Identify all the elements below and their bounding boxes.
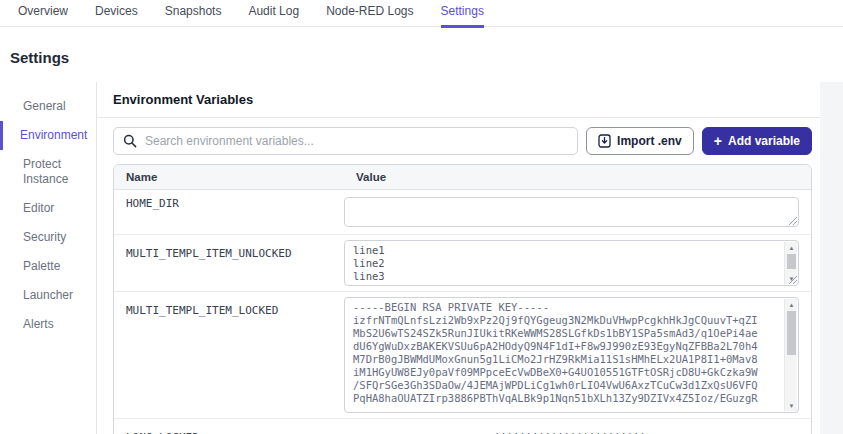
value-textarea[interactable] xyxy=(344,197,799,227)
scroll-down-icon[interactable]: ▼ xyxy=(785,400,798,411)
value-textarea[interactable]: -----BEGIN RSA PRIVATE KEY----- izfrNTmQ… xyxy=(344,297,799,413)
sidebar-item-launcher[interactable]: Launcher xyxy=(0,281,96,310)
page-title: Settings xyxy=(0,27,843,82)
column-header-name: Name xyxy=(114,165,344,189)
scrollbar-thumb[interactable] xyxy=(787,311,796,355)
tab-node-red-logs[interactable]: Node-RED Logs xyxy=(326,4,413,28)
import-env-button[interactable]: Import .env xyxy=(586,127,694,155)
env-var-name: HOME_DIR xyxy=(114,190,344,217)
plus-icon: + xyxy=(714,134,722,148)
scroll-up-icon[interactable]: ▲ xyxy=(785,299,798,310)
long-value-text: aaaaaaaaaaaaaaaaaaaaaaaabbbbbbbbbbbbbbbb… xyxy=(344,424,799,434)
env-var-name: MULTI_TEMPL_ITEM_LOCKED xyxy=(114,292,344,323)
env-var-value-cell: aaaaaaaaaaaaaaaaaaaaaaaabbbbbbbbbbbbbbbb… xyxy=(344,419,811,434)
page-background-gutter xyxy=(820,82,843,434)
scrollbar-thumb[interactable] xyxy=(787,254,796,269)
add-variable-button[interactable]: + Add variable xyxy=(702,127,812,155)
search-icon xyxy=(123,134,137,148)
section-title: Environment Variables xyxy=(97,82,820,118)
table-row: MULTI_TEMPL_ITEM_UNLOCKED line1 line2 li… xyxy=(114,235,811,292)
table-row: LONG_LOCKED aaaaaaaaaaaaaaaaaaaaaaaabbbb… xyxy=(114,419,811,434)
vertical-scrollbar[interactable]: ▲ ▼ xyxy=(784,299,797,411)
tab-settings[interactable]: Settings xyxy=(441,4,484,28)
add-variable-label: Add variable xyxy=(728,134,800,148)
tab-devices[interactable]: Devices xyxy=(95,4,138,28)
textarea-text xyxy=(345,198,798,226)
import-env-label: Import .env xyxy=(617,134,682,148)
env-var-value-cell: line1 line2 line3 line4 ▲ ▼ xyxy=(344,235,811,291)
import-file-icon xyxy=(598,134,611,148)
textarea-text: -----BEGIN RSA PRIVATE KEY----- izfrNTmQ… xyxy=(345,298,798,412)
tab-audit-log[interactable]: Audit Log xyxy=(248,4,299,28)
sidebar-item-palette[interactable]: Palette xyxy=(0,252,96,281)
table-row: HOME_DIR xyxy=(114,190,811,235)
textarea-text: line1 line2 line3 line4 xyxy=(345,241,798,285)
sidebar-item-editor[interactable]: Editor xyxy=(0,194,96,223)
env-var-value-cell: -----BEGIN RSA PRIVATE KEY----- izfrNTmQ… xyxy=(344,292,811,418)
sidebar-item-general[interactable]: General xyxy=(0,92,96,121)
tab-snapshots[interactable]: Snapshots xyxy=(165,4,222,28)
search-box[interactable] xyxy=(113,127,578,155)
env-var-name: LONG_LOCKED xyxy=(114,419,344,434)
tab-overview[interactable]: Overview xyxy=(18,4,68,28)
column-header-value: Value xyxy=(344,165,811,189)
instance-tab-bar: Overview Devices Snapshots Audit Log Nod… xyxy=(0,0,843,27)
env-variables-table: Name Value HOME_DIR MULTI_TEMPL_ITEM_UNL… xyxy=(113,164,812,434)
env-var-value-cell xyxy=(344,190,811,234)
scroll-up-icon[interactable]: ▲ xyxy=(785,242,798,253)
table-row: MULTI_TEMPL_ITEM_LOCKED -----BEGIN RSA P… xyxy=(114,292,811,419)
sidebar-item-environment[interactable]: Environment xyxy=(0,121,96,150)
sidebar-item-security[interactable]: Security xyxy=(0,223,96,252)
settings-sidebar: General Environment Protect Instance Edi… xyxy=(0,82,97,434)
environment-panel: Environment Variables Import .env + Add … xyxy=(97,82,820,434)
table-header: Name Value xyxy=(114,165,811,190)
search-input[interactable] xyxy=(145,134,568,148)
env-toolbar: Import .env + Add variable xyxy=(113,127,812,155)
sidebar-item-alerts[interactable]: Alerts xyxy=(0,310,96,339)
env-var-name: MULTI_TEMPL_ITEM_UNLOCKED xyxy=(114,235,344,266)
sidebar-item-protect-instance[interactable]: Protect Instance xyxy=(0,150,96,194)
value-textarea[interactable]: line1 line2 line3 line4 ▲ ▼ xyxy=(344,240,799,286)
